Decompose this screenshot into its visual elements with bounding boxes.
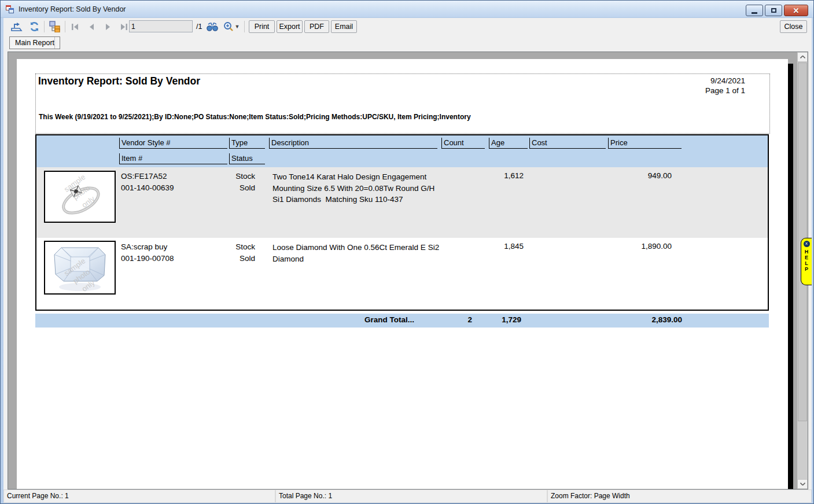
help-tab-label: HELP bbox=[804, 249, 809, 272]
column-header-vendor-style: Vendor Style # bbox=[119, 138, 227, 149]
close-report-button[interactable]: Close bbox=[780, 20, 807, 33]
item-description: Loose Diamond With One 0.56Ct Emerald E … bbox=[272, 242, 447, 264]
vendor-style-and-item: SA:scrap buy 001-190-00708 bbox=[121, 241, 174, 264]
minimize-icon bbox=[752, 12, 757, 14]
print-button[interactable]: Print bbox=[249, 20, 275, 33]
app-window-icon bbox=[5, 5, 14, 14]
maximize-icon bbox=[771, 8, 776, 13]
next-page-button[interactable] bbox=[101, 20, 115, 34]
item-photo-ring: sample photo only bbox=[44, 171, 116, 223]
first-page-icon bbox=[71, 24, 79, 30]
help-tab[interactable]: x HELP bbox=[801, 238, 812, 285]
maximize-button[interactable] bbox=[765, 5, 782, 16]
client-area: /1 ▼ Print Export PDF bbox=[3, 18, 812, 503]
export-icon bbox=[10, 21, 23, 32]
item-photo-diamond: sample photo only bbox=[44, 241, 116, 295]
scroll-up-button[interactable] bbox=[797, 52, 808, 62]
report-viewer-window: Inventory Report: Sold By Vendor ✕ bbox=[0, 0, 814, 504]
window-title: Inventory Report: Sold By Vendor bbox=[19, 5, 126, 13]
refresh-button[interactable] bbox=[27, 20, 42, 34]
status-current-page: Current Page No.: 1 bbox=[3, 490, 275, 503]
last-page-icon bbox=[120, 24, 128, 30]
find-text-button[interactable] bbox=[205, 20, 220, 34]
zoom-dropdown-caret-icon: ▼ bbox=[235, 24, 240, 30]
column-header-count: Count bbox=[441, 138, 485, 149]
report-header-block: Inventory Report: Sold By Vendor This We… bbox=[35, 73, 770, 134]
page-count-label: /1 bbox=[196, 23, 202, 31]
report-title: Inventory Report: Sold By Vendor bbox=[38, 75, 200, 87]
previous-page-button[interactable] bbox=[84, 20, 98, 34]
grand-total-price: 2,839.00 bbox=[608, 315, 682, 324]
report-table: Vendor Style # Type Description Count Ag… bbox=[35, 134, 769, 311]
report-date-block: 9/24/2021 Page 1 of 1 bbox=[705, 76, 745, 95]
export-report-button[interactable] bbox=[9, 20, 24, 34]
report-page-label: Page 1 of 1 bbox=[705, 86, 745, 95]
pdf-button[interactable]: PDF bbox=[304, 20, 329, 33]
filter-line: This Week (9/19/2021 to 9/25/2021);By ID… bbox=[39, 112, 626, 122]
type-and-status: Stock Sold bbox=[227, 241, 255, 264]
page-number-input[interactable] bbox=[129, 20, 193, 32]
tab-main-report[interactable]: Main Report bbox=[9, 36, 60, 49]
scroll-down-button[interactable] bbox=[797, 479, 808, 489]
help-close-icon[interactable]: x bbox=[804, 241, 810, 247]
titlebar: Inventory Report: Sold By Vendor ✕ bbox=[1, 1, 813, 18]
previous-page-icon bbox=[89, 24, 94, 30]
type-and-status: Stock Sold bbox=[227, 171, 255, 194]
zoom-button[interactable]: ▼ bbox=[220, 20, 242, 34]
grand-total-count: 2 bbox=[434, 315, 472, 324]
grand-total-label: Grand Total... bbox=[267, 315, 414, 324]
table-header: Vendor Style # Type Description Count Ag… bbox=[36, 135, 768, 167]
toolbar: /1 ▼ Print Export PDF bbox=[3, 18, 812, 35]
status-zoom-factor: Zoom Factor: Page Width bbox=[547, 490, 812, 503]
item-age: 1,612 bbox=[485, 171, 524, 180]
email-button[interactable]: Email bbox=[331, 20, 357, 33]
status-bar: Current Page No.: 1 Total Page No.: 1 Zo… bbox=[3, 490, 812, 503]
group-tree-icon bbox=[49, 21, 61, 32]
close-icon: ✕ bbox=[793, 7, 800, 14]
column-header-cost: Cost bbox=[529, 138, 606, 149]
close-window-button[interactable]: ✕ bbox=[784, 5, 808, 16]
column-header-price: Price bbox=[608, 138, 682, 149]
column-header-type: Type bbox=[229, 138, 265, 149]
grand-total-age: 1,729 bbox=[484, 315, 521, 324]
export-button[interactable]: Export bbox=[277, 20, 303, 33]
next-page-icon bbox=[105, 24, 111, 30]
item-price: 1,890.00 bbox=[605, 242, 672, 251]
table-row: sample photo only OS:FE17A52 001-140-006… bbox=[36, 167, 768, 238]
report-page: Inventory Report: Sold By Vendor This We… bbox=[17, 59, 788, 490]
grand-total-row: Grand Total... 2 1,729 2,839.00 bbox=[35, 314, 769, 328]
column-header-item: Item # bbox=[119, 153, 227, 164]
binoculars-icon bbox=[207, 23, 218, 31]
report-date: 9/24/2021 bbox=[705, 76, 745, 86]
tab-strip: Main Report bbox=[3, 35, 812, 51]
item-price: 949.00 bbox=[605, 171, 672, 180]
item-age: 1,845 bbox=[485, 242, 524, 251]
vendor-style-and-item: OS:FE17A52 001-140-00639 bbox=[121, 171, 174, 194]
status-total-pages: Total Page No.: 1 bbox=[275, 490, 547, 503]
minimize-button[interactable] bbox=[746, 5, 763, 16]
column-header-description: Description bbox=[269, 138, 437, 149]
chevron-down-icon bbox=[800, 483, 805, 485]
report-canvas: Inventory Report: Sold By Vendor This We… bbox=[8, 51, 808, 490]
column-header-age: Age bbox=[489, 138, 528, 149]
table-row: sample photo only SA:scrap buy 001-190-0… bbox=[36, 238, 768, 309]
toggle-group-tree-button[interactable] bbox=[47, 20, 62, 34]
chevron-up-icon bbox=[800, 56, 805, 58]
zoom-magnifier-icon bbox=[223, 21, 234, 32]
item-description: Two Tone14 Karat Halo Design Engagement … bbox=[272, 171, 447, 205]
column-header-status: Status bbox=[229, 153, 265, 164]
page-shadow bbox=[788, 64, 793, 490]
refresh-icon bbox=[29, 21, 40, 32]
first-page-button[interactable] bbox=[68, 20, 82, 34]
